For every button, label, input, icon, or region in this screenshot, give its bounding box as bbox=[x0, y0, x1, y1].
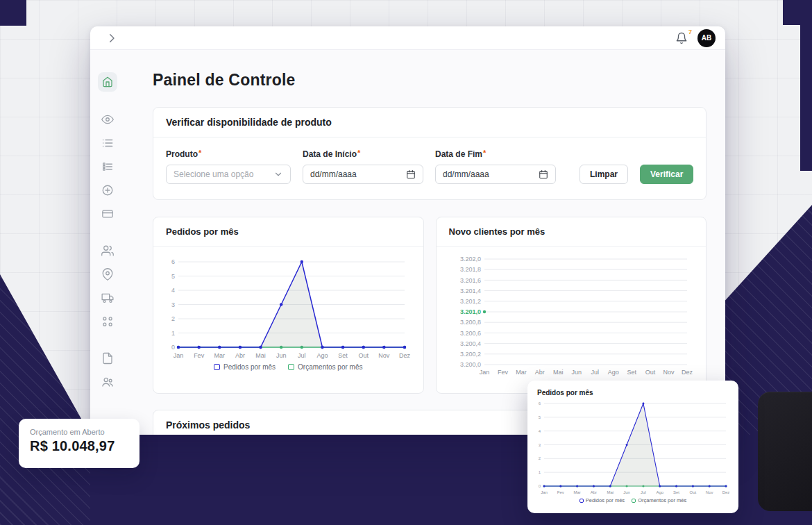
svg-text:Set: Set bbox=[673, 490, 679, 494]
sidebar-item-users[interactable] bbox=[98, 241, 117, 260]
sidebar-item-add[interactable] bbox=[98, 181, 117, 200]
open-budget-label: Orçamento em Aberto bbox=[30, 428, 128, 436]
popup-chart-legend: Pedidos por mês Orçamentos por mês bbox=[534, 497, 731, 503]
svg-text:3.201,6: 3.201,6 bbox=[460, 277, 481, 284]
start-date-input[interactable]: dd/mm/aaaa bbox=[303, 165, 423, 184]
svg-text:Fev: Fev bbox=[194, 352, 205, 359]
svg-text:1: 1 bbox=[171, 330, 175, 337]
sidebar-item-locations[interactable] bbox=[98, 265, 117, 284]
app-window: 7 AB bbox=[90, 26, 725, 435]
end-date-field: Data de Fim* dd/mm/aaaa bbox=[435, 149, 556, 184]
svg-text:Ago: Ago bbox=[656, 490, 663, 494]
svg-text:Mar: Mar bbox=[516, 369, 527, 376]
popup-legend-item-orders[interactable]: Pedidos por mês bbox=[580, 497, 625, 503]
grid-dots-icon bbox=[101, 315, 114, 328]
svg-text:Dez: Dez bbox=[399, 352, 411, 359]
orders-legend-label: Pedidos por mês bbox=[223, 363, 276, 371]
product-select[interactable]: Selecione uma opção bbox=[166, 165, 291, 184]
sidebar-item-view[interactable] bbox=[98, 110, 117, 129]
desktop-background: 7 AB bbox=[0, 0, 812, 525]
popup-orders-legend-swatch bbox=[580, 499, 584, 503]
chevron-down-icon bbox=[273, 169, 283, 179]
calendar-icon bbox=[406, 169, 416, 179]
popup-budgets-legend-label: Orçamentos por mês bbox=[638, 497, 686, 503]
orders-chart-legend: Pedidos por mês Orçamentos por mês bbox=[153, 363, 423, 371]
legend-item-budgets[interactable]: Orçamentos por mês bbox=[288, 363, 362, 371]
svg-text:Mai: Mai bbox=[607, 490, 614, 494]
open-budget-card: Orçamento em Aberto R$ 10.048,97 bbox=[19, 419, 139, 468]
eye-icon bbox=[101, 113, 114, 126]
svg-text:2: 2 bbox=[171, 315, 175, 322]
product-label: Produto* bbox=[166, 149, 291, 159]
sidebar bbox=[90, 50, 125, 435]
svg-text:3.200,6: 3.200,6 bbox=[460, 330, 481, 337]
svg-text:1: 1 bbox=[539, 470, 541, 474]
budgets-legend-swatch bbox=[288, 364, 294, 370]
legend-item-orders[interactable]: Pedidos por mês bbox=[214, 363, 276, 371]
clients-chart-card: Novo clientes por mês 3.202,03.201,83.20… bbox=[436, 217, 707, 394]
sidebar-item-list[interactable] bbox=[98, 133, 117, 153]
svg-text:Out: Out bbox=[359, 352, 369, 359]
orders-chart-popup: Pedidos por mês 0123456JanFevMarAbrMaiJu… bbox=[527, 381, 738, 513]
svg-text:3.200,4: 3.200,4 bbox=[460, 340, 481, 347]
svg-text:Jan: Jan bbox=[479, 369, 489, 376]
end-date-value: dd/mm/aaaa bbox=[443, 169, 489, 179]
clients-chart[interactable]: 3.202,03.201,83.201,63.201,43.201,23.201… bbox=[448, 253, 694, 376]
svg-text:4: 4 bbox=[539, 429, 541, 433]
notifications-button[interactable]: 7 bbox=[675, 32, 688, 44]
calendar-icon bbox=[539, 169, 548, 179]
svg-text:2: 2 bbox=[539, 456, 541, 460]
end-date-input[interactable]: dd/mm/aaaa bbox=[435, 165, 556, 184]
svg-text:Ago: Ago bbox=[608, 369, 619, 376]
popup-legend-item-budgets[interactable]: Orçamentos por mês bbox=[632, 497, 686, 503]
sidebar-item-modules[interactable] bbox=[98, 312, 117, 331]
svg-text:Fev: Fev bbox=[557, 490, 564, 494]
chevron-right-icon bbox=[105, 32, 118, 44]
svg-text:Jul: Jul bbox=[591, 369, 599, 376]
svg-text:Set: Set bbox=[627, 369, 636, 376]
popup-chart[interactable]: 0123456JanFevMarAbrMaiJunJulAgoSetOutNov… bbox=[534, 398, 731, 495]
svg-text:Mar: Mar bbox=[573, 490, 580, 494]
svg-text:Nov: Nov bbox=[706, 490, 713, 494]
bell-icon bbox=[675, 32, 688, 44]
clear-button[interactable]: Limpar bbox=[580, 165, 628, 184]
sidebar-item-documents[interactable] bbox=[98, 349, 117, 368]
user-avatar[interactable]: AB bbox=[697, 29, 716, 47]
svg-text:Mai: Mai bbox=[553, 369, 564, 376]
required-mark: * bbox=[483, 149, 486, 157]
sidebar-item-checklist[interactable] bbox=[98, 157, 117, 176]
svg-text:3.200,8: 3.200,8 bbox=[460, 319, 481, 326]
clients-chart-title: Novo clientes por mês bbox=[437, 217, 707, 247]
svg-text:Jan: Jan bbox=[174, 352, 184, 359]
plus-circle-icon bbox=[101, 184, 114, 197]
orders-chart[interactable]: 0123456JanFevMarAbrMaiJunJulAgoSetOutNov… bbox=[164, 255, 412, 359]
svg-text:Jun: Jun bbox=[571, 369, 582, 376]
svg-text:Abr: Abr bbox=[534, 369, 544, 376]
sidebar-toggle-button[interactable] bbox=[105, 32, 118, 44]
topbar: 7 AB bbox=[90, 26, 725, 50]
svg-text:3.200,0: 3.200,0 bbox=[460, 361, 481, 368]
home-icon bbox=[102, 76, 113, 88]
sidebar-item-deliveries[interactable] bbox=[98, 288, 117, 308]
checklist-icon bbox=[101, 160, 114, 173]
svg-text:3.200,2: 3.200,2 bbox=[460, 351, 481, 358]
product-field: Produto* Selecione uma opção bbox=[166, 149, 291, 184]
sidebar-item-payments[interactable] bbox=[98, 204, 117, 224]
notification-count-badge: 7 bbox=[688, 28, 692, 35]
required-mark: * bbox=[198, 149, 201, 157]
svg-text:Dez: Dez bbox=[682, 369, 693, 376]
svg-text:3.201,8: 3.201,8 bbox=[460, 266, 481, 273]
svg-text:5: 5 bbox=[539, 415, 541, 419]
customers-icon bbox=[101, 376, 114, 388]
svg-text:5: 5 bbox=[171, 273, 175, 280]
svg-text:Out: Out bbox=[690, 490, 697, 494]
svg-text:Jun: Jun bbox=[623, 490, 630, 494]
open-budget-value: R$ 10.048,97 bbox=[30, 438, 128, 454]
users-icon bbox=[101, 244, 114, 257]
svg-text:4: 4 bbox=[171, 287, 175, 294]
svg-text:Out: Out bbox=[645, 369, 655, 376]
verify-button[interactable]: Verificar bbox=[640, 165, 693, 184]
sidebar-item-customers[interactable] bbox=[98, 372, 117, 392]
sidebar-item-home[interactable] bbox=[98, 72, 117, 92]
svg-text:3: 3 bbox=[171, 301, 175, 308]
